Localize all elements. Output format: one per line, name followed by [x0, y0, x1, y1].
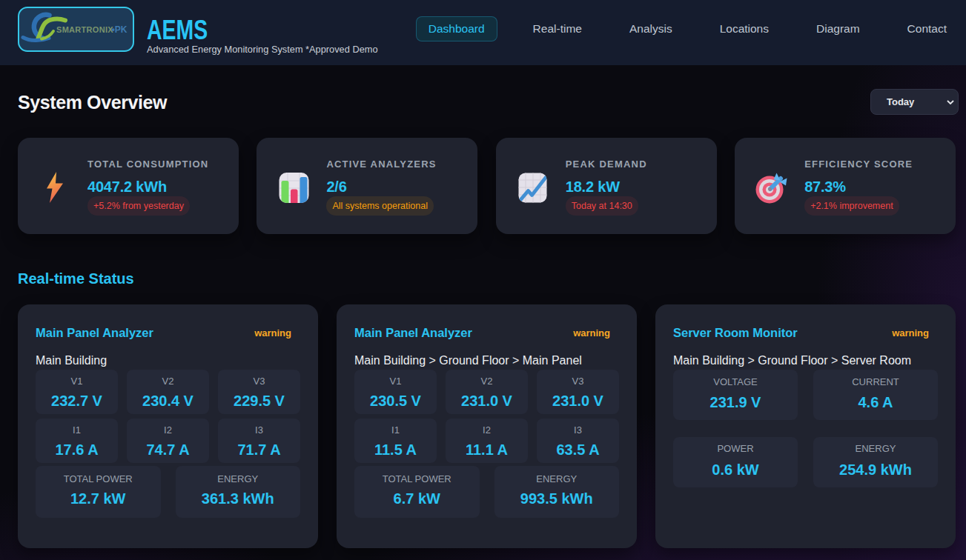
svg-text:SMARTRONIX: SMARTRONIX — [56, 25, 113, 34]
svg-text:•PK: •PK — [112, 24, 128, 35]
